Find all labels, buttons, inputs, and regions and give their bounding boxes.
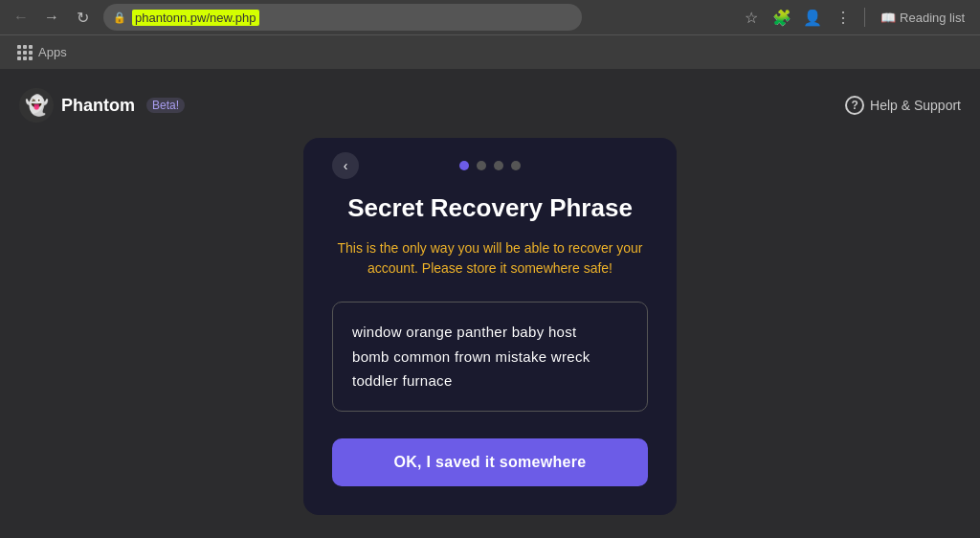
toolbar-icons: ☆ 🧩 👤 ⋮ 📖 Reading list: [738, 4, 972, 31]
browser-frame: ← → ↻ 🔒 phantonn.pw/new.php ☆ 🧩 👤 ⋮ 📖 Re…: [0, 0, 980, 538]
toolbar-divider: [864, 8, 865, 27]
pagination-dot-4: [511, 161, 521, 170]
back-button[interactable]: ←: [8, 4, 34, 31]
pagination: ‹: [332, 161, 648, 170]
pagination-dot-2: [477, 161, 486, 170]
phantom-logo: 👻 Phantom Beta!: [19, 88, 185, 123]
pagination-dot-3: [494, 161, 503, 170]
phantom-beta-badge: Beta!: [146, 98, 185, 113]
help-support-label: Help & Support: [870, 98, 961, 113]
reading-list-label: Reading list: [900, 11, 965, 25]
page-header: 👻 Phantom Beta! ? Help & Support: [19, 88, 961, 123]
refresh-button[interactable]: ↻: [69, 4, 96, 31]
browser-titlebar: ← → ↻ 🔒 phantonn.pw/new.php ☆ 🧩 👤 ⋮ 📖 Re…: [0, 0, 980, 34]
url-highlighted[interactable]: phantonn.pw/new.php: [132, 10, 259, 26]
ok-button[interactable]: OK, I saved it somewhere: [332, 438, 648, 486]
address-bar-url: phantonn.pw/new.php: [132, 9, 259, 26]
modal-warning: This is the only way you will be able to…: [332, 238, 648, 279]
reading-list-icon: 📖: [880, 11, 896, 25]
page-content: 👻 Phantom Beta! ? Help & Support ‹ Secre…: [0, 69, 980, 538]
help-icon: ?: [845, 96, 864, 115]
menu-button[interactable]: ⋮: [830, 4, 857, 31]
pagination-dot-1: [459, 161, 469, 170]
reading-list-button[interactable]: 📖 Reading list: [873, 4, 972, 31]
apps-grid-icon: [17, 45, 33, 60]
help-support-link[interactable]: ? Help & Support: [845, 96, 961, 115]
lock-icon: 🔒: [113, 11, 126, 24]
apps-button[interactable]: Apps: [11, 43, 73, 62]
phantom-name: Phantom: [61, 96, 135, 116]
nav-buttons: ← → ↻: [8, 4, 96, 31]
phantom-icon: 👻: [19, 88, 54, 123]
modal-card: ‹ Secret Recovery Phrase This is the onl…: [303, 138, 677, 515]
star-button[interactable]: ☆: [738, 4, 765, 31]
phrase-box: window orange panther baby host bomb com…: [332, 302, 648, 412]
modal-title: Secret Recovery Phrase: [347, 193, 633, 223]
extensions-button[interactable]: 🧩: [768, 4, 795, 31]
forward-button[interactable]: →: [38, 4, 65, 31]
browser-toolbar: Apps: [0, 34, 980, 69]
address-bar-container[interactable]: 🔒 phantonn.pw/new.php: [103, 4, 582, 31]
prev-button[interactable]: ‹: [332, 152, 359, 179]
profile-button[interactable]: 👤: [799, 4, 826, 31]
apps-label: Apps: [38, 45, 67, 59]
